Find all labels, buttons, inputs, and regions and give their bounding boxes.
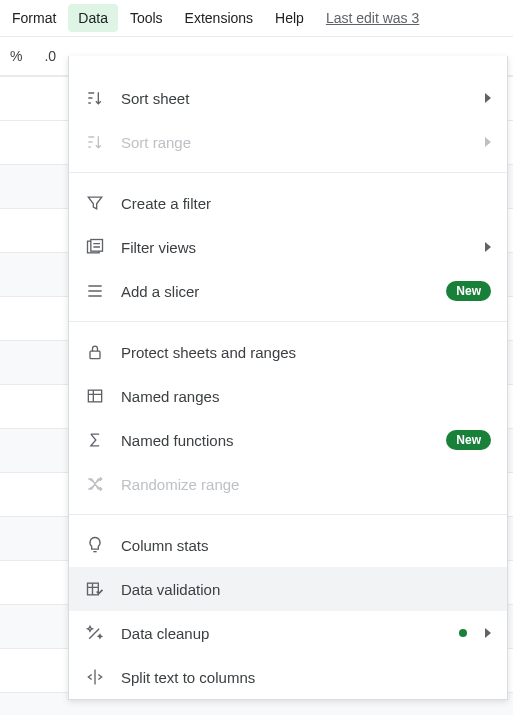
chevron-right-icon bbox=[485, 628, 491, 638]
data-validation-icon bbox=[85, 579, 105, 599]
menu-item-label: Sort sheet bbox=[121, 90, 477, 107]
menu-data-validation[interactable]: Data validation bbox=[69, 567, 507, 611]
status-dot-icon bbox=[459, 629, 467, 637]
new-badge: New bbox=[446, 281, 491, 301]
menu-item-label: Sort range bbox=[121, 134, 477, 151]
menu-data[interactable]: Data bbox=[68, 4, 118, 32]
filter-views-icon bbox=[85, 237, 105, 257]
menu-randomize-range: Randomize range bbox=[69, 462, 507, 506]
menu-item-label: Protect sheets and ranges bbox=[121, 344, 491, 361]
menu-protect-sheets[interactable]: Protect sheets and ranges bbox=[69, 330, 507, 374]
menu-item-label: Randomize range bbox=[121, 476, 491, 493]
menu-item-label: Data validation bbox=[121, 581, 491, 598]
menu-divider bbox=[69, 172, 507, 173]
lightbulb-icon bbox=[85, 535, 105, 555]
split-text-icon bbox=[85, 667, 105, 687]
menu-extensions[interactable]: Extensions bbox=[175, 4, 263, 32]
sigma-icon bbox=[85, 430, 105, 450]
menu-item-label: Named ranges bbox=[121, 388, 491, 405]
menu-sort-sheet[interactable]: Sort sheet bbox=[69, 76, 507, 120]
menu-tools[interactable]: Tools bbox=[120, 4, 173, 32]
svg-rect-2 bbox=[90, 351, 100, 359]
menu-add-slicer[interactable]: Add a slicer New bbox=[69, 269, 507, 313]
data-menu-dropdown: Sort sheet Sort range Create a filter Fi… bbox=[68, 56, 508, 700]
menu-help[interactable]: Help bbox=[265, 4, 314, 32]
menu-item-label: Create a filter bbox=[121, 195, 491, 212]
menu-item-label: Column stats bbox=[121, 537, 491, 554]
menu-divider bbox=[69, 514, 507, 515]
filter-icon bbox=[85, 193, 105, 213]
last-edit-link[interactable]: Last edit was 3 bbox=[326, 10, 419, 26]
sort-sheet-icon bbox=[85, 88, 105, 108]
menubar: Format Data Tools Extensions Help Last e… bbox=[0, 0, 513, 36]
menu-format[interactable]: Format bbox=[2, 4, 66, 32]
menu-data-cleanup[interactable]: Data cleanup bbox=[69, 611, 507, 655]
menu-column-stats[interactable]: Column stats bbox=[69, 523, 507, 567]
menu-item-right bbox=[459, 628, 491, 638]
svg-rect-3 bbox=[88, 390, 101, 402]
menu-create-filter[interactable]: Create a filter bbox=[69, 181, 507, 225]
menu-split-text[interactable]: Split text to columns bbox=[69, 655, 507, 699]
chevron-right-icon bbox=[485, 93, 491, 103]
menu-filter-views[interactable]: Filter views bbox=[69, 225, 507, 269]
chevron-right-icon bbox=[485, 242, 491, 252]
named-ranges-icon bbox=[85, 386, 105, 406]
menu-item-label: Add a slicer bbox=[121, 283, 446, 300]
lock-icon bbox=[85, 342, 105, 362]
menu-named-ranges[interactable]: Named ranges bbox=[69, 374, 507, 418]
decrease-decimal-button[interactable]: .0 bbox=[38, 44, 62, 68]
menu-sort-range: Sort range bbox=[69, 120, 507, 164]
menu-item-label: Filter views bbox=[121, 239, 477, 256]
menu-named-functions[interactable]: Named functions New bbox=[69, 418, 507, 462]
sort-range-icon bbox=[85, 132, 105, 152]
chevron-right-icon bbox=[485, 137, 491, 147]
slicer-icon bbox=[85, 281, 105, 301]
menu-item-label: Data cleanup bbox=[121, 625, 459, 642]
menu-item-label: Named functions bbox=[121, 432, 446, 449]
svg-rect-1 bbox=[91, 240, 103, 252]
menu-item-label: Split text to columns bbox=[121, 669, 491, 686]
magic-wand-icon bbox=[85, 623, 105, 643]
shuffle-icon bbox=[85, 474, 105, 494]
format-percent-button[interactable]: % bbox=[4, 44, 28, 68]
menu-divider bbox=[69, 321, 507, 322]
new-badge: New bbox=[446, 430, 491, 450]
